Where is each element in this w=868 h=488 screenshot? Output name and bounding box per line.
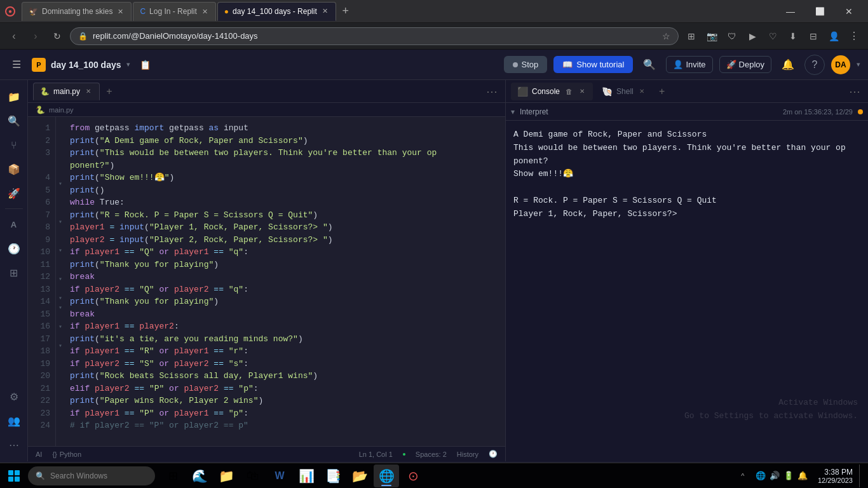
show-desktop-button[interactable] xyxy=(859,464,863,487)
invite-button[interactable]: 👤 Invite xyxy=(666,56,712,73)
tab-2[interactable]: C Log In - Replit ✕ xyxy=(133,2,215,21)
sidebar-icon-ai[interactable]: A xyxy=(3,213,25,236)
avatar[interactable]: DA xyxy=(831,55,850,74)
editor-tab-close-button[interactable]: ✕ xyxy=(84,87,93,96)
sidebar-icon-more[interactable]: ⋯ xyxy=(3,433,25,456)
console-panel: ⬛ Console 🗑 ✕ 🐚 Shell ✕ + ⋯ xyxy=(506,80,868,461)
repl-name-area[interactable]: P day 14_100 days ▾ xyxy=(32,58,130,72)
clock[interactable]: 3:38 PM 12/29/2023 xyxy=(814,466,857,485)
taskbar-item-redapp[interactable]: ⊙ xyxy=(400,464,426,487)
taskbar-item-store[interactable]: 🛍 xyxy=(240,464,266,487)
taskbar-item-word[interactable]: W xyxy=(267,464,292,487)
start-button[interactable] xyxy=(3,464,25,487)
shell-tab[interactable]: 🐚 Shell ✕ xyxy=(595,83,653,100)
editor-tabs-more-button[interactable]: ⋯ xyxy=(484,85,500,98)
deploy-button[interactable]: 🚀 Deploy xyxy=(719,56,771,73)
show-hidden-icons-button[interactable]: ^ xyxy=(736,464,749,487)
sidebar-toggle-button[interactable]: ☰ xyxy=(8,56,25,74)
menu-icon[interactable]: ⋮ xyxy=(845,27,863,45)
tab-2-close[interactable]: ✕ xyxy=(201,8,209,16)
status-language[interactable]: {} Python xyxy=(52,451,81,458)
editor-tab-main-label: main.py xyxy=(53,87,80,96)
console-tab-close-button[interactable]: ✕ xyxy=(578,87,587,96)
tab-2-title: Log In - Replit xyxy=(149,7,197,16)
code-content[interactable]: from getpass import getpass as input pri… xyxy=(65,117,505,446)
taskbar-item-files[interactable]: 📂 xyxy=(347,464,372,487)
interpret-chevron-icon[interactable]: ▾ xyxy=(511,107,515,116)
new-tab-button[interactable]: + xyxy=(337,3,354,20)
interpret-bar: ▾ Interpret 2m on 15:36:23, 12/29 xyxy=(506,103,868,121)
sidebar-icon-files[interactable]: 📁 xyxy=(3,85,25,108)
avatar-chevron-icon[interactable]: ▾ xyxy=(857,60,860,69)
status-bar: AI {} Python Ln 1, Col 1 Spaces: 2 Histo… xyxy=(28,446,505,461)
reload-button[interactable]: ↻ xyxy=(48,27,66,45)
sidebar-icon-packages[interactable]: 📦 xyxy=(3,158,25,180)
sidebar-icon-blocks[interactable]: ⊞ xyxy=(3,261,25,284)
download-icon[interactable]: ⬇ xyxy=(784,27,802,45)
tray-icons: 🌐 🔊 🔋 🔔 xyxy=(752,471,811,480)
browser-toolbar: ⊞ 📷 🛡 ▶ ♡ ⬇ ⊟ 👤 ⋮ xyxy=(682,27,863,45)
tabs-icon[interactable]: ⊟ xyxy=(804,27,822,45)
maximize-button[interactable]: ⬜ xyxy=(806,1,834,22)
heart-icon[interactable]: ♡ xyxy=(764,27,782,45)
sidebar-icon-git[interactable]: ⑂ xyxy=(3,133,25,156)
code-line-15: break xyxy=(70,308,505,321)
tab-1-close[interactable]: ✕ xyxy=(116,8,125,16)
console-clear-button[interactable]: 🗑 xyxy=(564,86,574,97)
tab-3-close[interactable]: ✕ xyxy=(321,7,329,15)
tab-3-active[interactable]: ● day 14_100 days - Replit ✕ xyxy=(217,2,336,21)
taskbar-item-chrome[interactable]: 🌐 xyxy=(374,464,399,487)
taskbar-item-widgets[interactable]: ⊞ xyxy=(160,464,186,487)
windows-logo-icon xyxy=(8,470,20,482)
time-status-dot xyxy=(858,109,863,114)
sidebar-icon-search[interactable]: 🔍 xyxy=(3,109,25,132)
status-ai[interactable]: AI xyxy=(36,451,42,458)
word-icon: W xyxy=(275,470,284,482)
taskbar-item-explorer[interactable]: 📁 xyxy=(214,464,239,487)
network-icon[interactable]: 🌐 xyxy=(756,471,766,480)
status-history[interactable]: History xyxy=(457,451,478,458)
console-tab-active[interactable]: ⬛ Console 🗑 ✕ xyxy=(511,83,593,100)
back-button[interactable]: ‹ xyxy=(5,27,23,45)
help-button[interactable]: ? xyxy=(804,55,825,75)
console-more-button[interactable]: ⋯ xyxy=(846,85,863,98)
volume-icon[interactable]: 🔊 xyxy=(770,471,780,480)
stop-button[interactable]: Stop xyxy=(504,56,548,73)
code-line-6: while True: xyxy=(70,196,505,209)
screenshot-icon[interactable]: 📷 xyxy=(703,27,721,45)
sidebar-icon-history[interactable]: 🕐 xyxy=(3,237,25,260)
code-editor[interactable]: 123 456789101112131415161718192021222324… xyxy=(28,117,505,446)
play-icon[interactable]: ▶ xyxy=(743,27,761,45)
close-button[interactable]: ✕ xyxy=(835,1,863,22)
profile-icon[interactable]: 👤 xyxy=(825,27,843,45)
search-button[interactable]: 🔍 xyxy=(639,55,660,75)
show-tutorial-button[interactable]: 📖 Show tutorial xyxy=(553,56,633,73)
taskbar-item-edge[interactable]: 🌊 xyxy=(187,464,212,487)
console-output[interactable]: A Demi game of Rock, Paper and Scissors … xyxy=(506,121,868,461)
forward-button[interactable]: › xyxy=(27,27,44,45)
code-line-4: print("Show em!!!😤") xyxy=(70,172,505,184)
minimize-button[interactable]: — xyxy=(776,1,804,22)
taskbar-item-powerpoint[interactable]: 📑 xyxy=(320,464,346,487)
sidebar-icon-social[interactable]: 👥 xyxy=(3,409,25,432)
taskbar-item-excel[interactable]: 📊 xyxy=(294,464,319,487)
code-line-16: if player1 == player2: xyxy=(70,320,505,333)
notification-icon[interactable]: 🔔 xyxy=(797,471,808,480)
editor-tab-main[interactable]: 🐍 main.py ✕ xyxy=(33,83,100,100)
shield-icon[interactable]: 🛡 xyxy=(723,27,741,45)
address-bar[interactable]: 🔒 replit.com/@DanielOmotayo/day-14100-da… xyxy=(70,27,679,45)
shell-tab-close-button[interactable]: ✕ xyxy=(637,87,646,96)
left-sidebar: 📁 🔍 ⑂ 📦 🚀 A 🕐 ⊞ ⚙ 👥 ⋯ xyxy=(0,80,28,461)
tab-1[interactable]: 🦅 Dominating the skies ✕ xyxy=(22,2,132,21)
docs-button[interactable]: 📋 xyxy=(137,56,154,74)
console-add-tab-button[interactable]: + xyxy=(655,85,669,98)
sidebar-icon-deploy[interactable]: 🚀 xyxy=(3,182,25,205)
search-box[interactable]: 🔍 Search Windows xyxy=(28,466,155,485)
battery-icon[interactable]: 🔋 xyxy=(783,471,794,480)
notifications-button[interactable]: 🔔 xyxy=(778,55,798,75)
code-line-24: # if player2 == "P" or player2 == p" xyxy=(70,419,505,432)
sidebar-icon-settings[interactable]: ⚙ xyxy=(3,385,25,408)
taskbar-search-placeholder: Search Windows xyxy=(50,471,107,480)
new-file-tab-button[interactable]: + xyxy=(102,85,116,98)
extensions-icon[interactable]: ⊞ xyxy=(682,27,700,45)
